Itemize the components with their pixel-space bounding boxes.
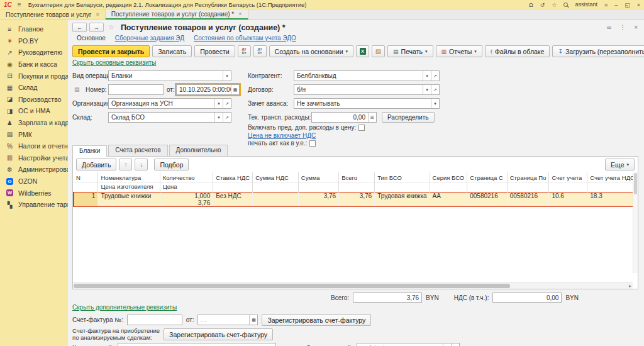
sidebar-item-warehouse[interactable]: ▦Склад <box>0 82 68 94</box>
grid-cell[interactable]: Без НДС <box>213 193 253 200</box>
open-icon[interactable]: ↗ <box>431 71 439 81</box>
sidebar-item-manager[interactable]: ↗Руководителю <box>0 47 68 59</box>
sidebar-item-accounting-settings[interactable]: ▥Настройки учета <box>0 152 68 164</box>
grid-cell[interactable]: 1,000 <box>160 193 213 200</box>
comment-field[interactable] <box>118 343 276 346</box>
app-tab[interactable]: Поступление товаров и услуг× <box>0 9 106 20</box>
grid-cell[interactable]: 3,76 <box>160 199 213 207</box>
close-form-icon[interactable]: × <box>634 24 638 31</box>
save-button[interactable]: Записать <box>152 45 192 57</box>
grid-cell[interactable] <box>587 199 638 207</box>
grid-cell[interactable] <box>253 199 299 207</box>
restore-icon[interactable]: ◱ <box>625 2 630 8</box>
attached-images-button[interactable]: ▧ <box>372 45 385 57</box>
export-excel-button[interactable]: X <box>356 45 369 57</box>
forward-button[interactable]: → <box>89 23 104 32</box>
include-expenses-checkbox[interactable] <box>358 125 365 131</box>
back-button[interactable]: ← <box>72 23 87 32</box>
sidebar-item-bank-cash[interactable]: ◉Банк и касса <box>0 59 68 70</box>
calendar-icon[interactable]: ▦ <box>231 85 239 94</box>
grid-cell[interactable] <box>253 193 299 200</box>
table-tab[interactable]: Бланки <box>72 145 107 157</box>
cloud-files-button[interactable]: ℓ Файлы в облаке <box>485 45 550 57</box>
chevron-down-icon[interactable]: ▾ <box>223 71 231 81</box>
sidebar-item-production[interactable]: ◪Производство <box>0 94 68 106</box>
chevron-down-icon[interactable]: ▾ <box>214 99 223 108</box>
transport-costs-field[interactable]: 0,00 ⊞ <box>311 112 377 123</box>
scroll-right-icon[interactable]: ▸ <box>629 283 631 289</box>
register-analyzed-invoice-button[interactable]: Зарегистрировать счет-фактуру <box>164 328 273 340</box>
tab-close-icon[interactable]: × <box>238 11 242 17</box>
app-tab[interactable]: Поступление товаров и услуг (создание) *… <box>106 9 248 20</box>
vat-amount-field[interactable]: 0,00 <box>492 293 562 303</box>
main-menu-icon[interactable]: ≡ <box>18 1 21 8</box>
grid-cell[interactable] <box>74 199 98 207</box>
notifications-icon[interactable]: Ω <box>529 2 533 8</box>
grid-cell[interactable]: 3,76 <box>339 193 375 200</box>
operation-type-field[interactable]: Бланки ▾ <box>108 70 231 81</box>
post-and-close-button[interactable]: Провести и закрыть <box>72 45 150 57</box>
pick-items-button[interactable]: Подбор <box>154 159 189 170</box>
sidebar-item-ozon[interactable]: OOZON <box>0 176 68 187</box>
total-amount-field[interactable]: 3,76 <box>353 293 422 303</box>
invoice-number-field[interactable] <box>127 315 182 325</box>
horizontal-scrollbar[interactable]: ▸ <box>73 282 633 289</box>
grid-cell[interactable] <box>98 199 160 207</box>
print-button[interactable]: ▤ Печать▾ <box>387 45 433 57</box>
sidebar-item-wildberries[interactable]: WWildberries <box>0 187 68 199</box>
advance-offset-field[interactable]: Не зачитывать ▾ <box>294 98 440 109</box>
get-link-icon[interactable]: ∞ <box>607 24 611 31</box>
grid-cell[interactable]: 10.6 <box>549 193 587 200</box>
grid-cell[interactable]: 1 <box>74 193 98 200</box>
grid-cell[interactable] <box>430 199 467 207</box>
chevron-down-icon[interactable]: ▾ <box>423 85 431 94</box>
grid-cell[interactable]: 00580216 <box>507 193 549 200</box>
show-postings-button[interactable]: ДтКт <box>238 45 251 57</box>
table-tab[interactable]: Счета расчетов <box>108 145 167 156</box>
grid-cell[interactable]: Трудовые книжки <box>98 193 160 200</box>
chevron-down-icon[interactable]: ▾ <box>214 113 223 122</box>
nav-assembly-tasks-link[interactable]: Сборочные задания ЭД <box>115 35 184 42</box>
open-icon[interactable]: ↗ <box>431 85 439 94</box>
open-icon[interactable]: ↗ <box>223 99 231 108</box>
grid-cell[interactable] <box>213 199 253 207</box>
sidebar-item-administration[interactable]: ⚙Администрирование <box>0 164 68 176</box>
vertical-scrollbar[interactable] <box>633 172 638 273</box>
close-icon[interactable]: × <box>637 2 640 8</box>
chevron-down-icon[interactable]: ▾ <box>423 71 431 81</box>
grid-cell[interactable] <box>375 199 430 207</box>
posting-structure-button[interactable]: ДтКт <box>253 45 267 57</box>
calendar-icon[interactable]: ▦ <box>249 315 257 325</box>
price-vat-link[interactable]: Цена не включает НДС <box>248 132 316 139</box>
sidebar-item-main[interactable]: ≡Главное <box>0 23 68 35</box>
sidebar-item-purchases-sales[interactable]: ⊟Покупки и продажи <box>0 70 68 82</box>
sidebar-item-rmk[interactable]: ▤РМК <box>0 128 68 140</box>
move-up-button[interactable]: ↑ <box>119 159 132 170</box>
post-button[interactable]: Провести <box>194 45 235 57</box>
nav-edo-states-link[interactable]: Состояния по объектам учета ЭДО <box>194 35 296 42</box>
nav-main-tab[interactable]: Основное <box>77 35 106 42</box>
sidebar-item-tariff[interactable]: ▚Управление тарифом <box>0 199 68 211</box>
move-down-button[interactable]: ↓ <box>135 159 148 170</box>
date-field[interactable]: 10.10.2025 0:00:00 ▦ <box>176 84 240 95</box>
table-more-button[interactable]: Еще▾ <box>605 159 635 170</box>
grid-cell[interactable]: Трудовая книжка <box>375 193 430 200</box>
hide-main-requisites-link[interactable]: Скрыть основные реквизиты <box>72 59 156 66</box>
reports-button[interactable]: ▥ Отчеты▾ <box>436 45 482 57</box>
load-from-file-button[interactable]: ↧ Загрузить (перезаполнить) из файла <box>552 45 644 57</box>
chevron-down-icon[interactable]: ▾ <box>443 343 451 346</box>
sidebar-item-taxes[interactable]: %Налоги и отчетность <box>0 140 68 152</box>
distribute-button[interactable]: Распределить <box>382 112 435 123</box>
sidebar-item-fixed-assets[interactable]: ◨ОС и НМА <box>0 105 68 117</box>
warehouse-field[interactable]: Склад БСО ▾ ↗ <box>108 112 231 123</box>
sidebar-item-po-by[interactable]: ∗PO.BY <box>0 35 68 47</box>
minimize-icon[interactable]: – <box>614 2 618 8</box>
grid-cell[interactable]: 18.3 <box>587 193 638 200</box>
responsible-field[interactable]: assistant ▾ ↗ <box>357 343 460 346</box>
grid-cell[interactable] <box>339 199 375 207</box>
scrollbar-thumb[interactable] <box>74 284 510 288</box>
calculator-icon[interactable]: ⊞ <box>368 113 376 122</box>
table-tab[interactable]: Дополнительно <box>169 145 228 156</box>
open-icon[interactable]: ↗ <box>451 343 459 346</box>
chevron-down-icon[interactable]: ▾ <box>431 99 439 108</box>
